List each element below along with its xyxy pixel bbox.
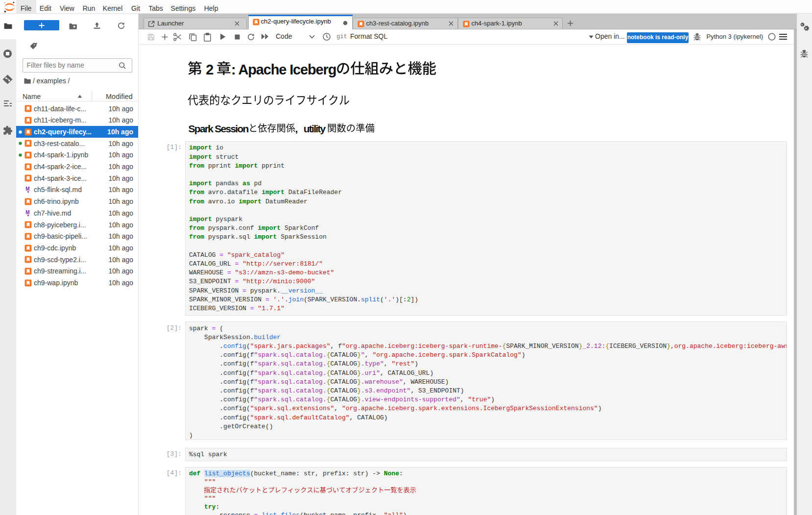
svg-text:M: M [25, 210, 29, 215]
svg-text:M: M [25, 186, 29, 192]
